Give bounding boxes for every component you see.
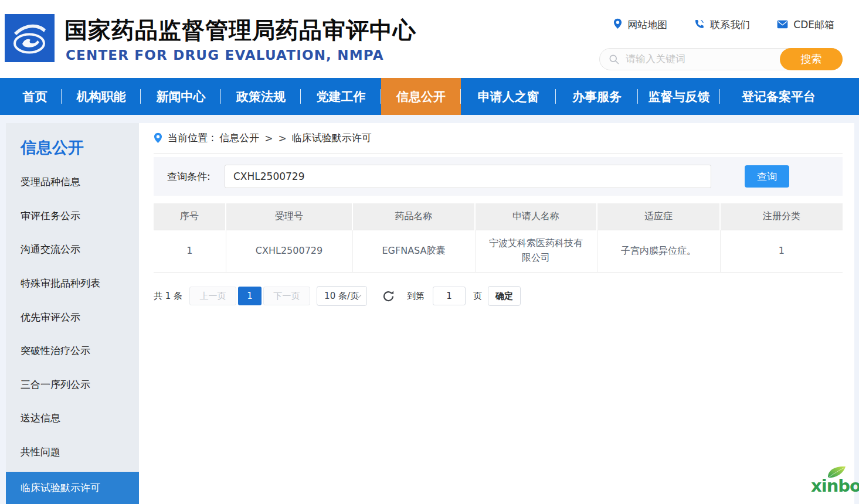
results-table: 序号 受理号 药品名称 申请人名称 适应症 注册分类 1 CXHL2500729…: [154, 203, 843, 273]
xinbo-watermark: xinbo: [811, 466, 859, 499]
sidebar: 信息公开 受理品种信息 审评任务公示 沟通交流公示 特殊审批品种列表 优先审评公…: [6, 123, 139, 504]
prev-page-button[interactable]: 上一页: [189, 287, 236, 305]
nav-item-party[interactable]: 党建工作: [301, 78, 381, 115]
breadcrumb-section[interactable]: 信息公开: [219, 131, 259, 145]
confirm-button[interactable]: 确定: [488, 286, 521, 306]
col-acceptance-number: 受理号: [226, 203, 352, 230]
sidebar-list: 受理品种信息 审评任务公示 沟通交流公示 特殊审批品种列表 优先审评公示 突破性…: [6, 165, 139, 469]
table-row: 1 CXHL2500729 EGFNASA胶囊 宁波艾科索医药科技有限公司 子宫…: [154, 230, 843, 272]
query-panel: 查询条件: 查询: [154, 157, 843, 196]
sidebar-title: 信息公开: [21, 137, 139, 158]
xinbo-logo-text: xinbo: [811, 476, 859, 496]
main-nav: 首页 机构职能 新闻中心 政策法规 党建工作 信息公开 申请人之窗 办事服务 监…: [0, 78, 859, 115]
query-condition-input[interactable]: [225, 165, 711, 188]
cell-drug-name: EGFNASA胶囊: [352, 230, 475, 272]
refresh-icon[interactable]: [382, 290, 395, 303]
col-registration-category: 注册分类: [720, 203, 843, 230]
nav-item-applicant-window[interactable]: 申请人之窗: [461, 78, 556, 115]
site-title: 国家药品监督管理局药品审评中心: [64, 15, 416, 46]
pagination: 共 1 条 上一页 1 下一页 10 条/页 到第 页 确定: [154, 286, 843, 306]
sitemap-link[interactable]: 网站地图: [613, 18, 667, 32]
sidebar-item-common-questions[interactable]: 共性问题: [6, 435, 139, 469]
location-pin-icon: [154, 132, 162, 144]
page-size-selected-value: 10 条/页: [324, 291, 359, 302]
quick-links: 网站地图 联系我们 CDE邮箱: [613, 18, 834, 32]
search-button[interactable]: 搜索: [780, 48, 843, 70]
contact-link[interactable]: 联系我们: [694, 18, 750, 32]
query-button[interactable]: 查询: [745, 165, 789, 188]
nav-item-news[interactable]: 新闻中心: [141, 78, 221, 115]
search-bar: 搜索: [599, 48, 843, 70]
col-drug-name: 药品名称: [352, 203, 475, 230]
swan-logo-icon: [5, 13, 55, 63]
site-subtitle: CENTER FOR DRUG EVALUATION, NMPA: [66, 47, 384, 63]
breadcrumb-current: 临床试验默示许可: [292, 131, 372, 145]
cell-indication: 子宫内膜异位症。: [597, 230, 720, 272]
nav-item-policies[interactable]: 政策法规: [221, 78, 301, 115]
location-pin-icon: [613, 18, 622, 32]
col-applicant-name: 申请人名称: [475, 203, 597, 230]
col-serial-number: 序号: [154, 203, 226, 230]
nav-item-services[interactable]: 办事服务: [556, 78, 638, 115]
sitemap-link-label: 网站地图: [627, 18, 667, 32]
sidebar-item-review-tasks[interactable]: 审评任务公示: [6, 199, 139, 233]
nav-item-home[interactable]: 首页: [8, 78, 62, 115]
breadcrumb-separator: >: [264, 132, 273, 144]
nav-item-functions[interactable]: 机构职能: [62, 78, 141, 115]
table-header-row: 序号 受理号 药品名称 申请人名称 适应症 注册分类: [154, 203, 843, 230]
contact-link-label: 联系我们: [710, 18, 750, 32]
cell-serial-number: 1: [154, 230, 226, 272]
query-condition-label: 查询条件:: [167, 157, 210, 196]
nav-item-supervision[interactable]: 监督与反馈: [638, 78, 720, 115]
cde-mail-link-label: CDE邮箱: [793, 18, 834, 32]
content-area: 信息公开 受理品种信息 审评任务公示 沟通交流公示 特殊审批品种列表 优先审评公…: [0, 115, 859, 504]
main-panel: 当前位置 : 信息公开 > > 临床试验默示许可 查询条件: 查询 序号 受理号…: [139, 123, 854, 504]
sidebar-item-clinical-trial-implied-license[interactable]: 临床试验默示许可: [6, 472, 139, 504]
total-count-label: 共 1 条: [154, 291, 182, 302]
page-size-select[interactable]: 10 条/页: [317, 286, 367, 306]
breadcrumb-prefix: 当前位置 :: [168, 131, 214, 145]
next-page-button[interactable]: 下一页: [263, 287, 310, 305]
cde-logo[interactable]: [5, 14, 55, 62]
goto-page-prefix: 到第: [407, 291, 425, 302]
cell-registration-category: 1: [720, 230, 843, 272]
envelope-icon: [777, 19, 788, 31]
phone-icon: [694, 19, 705, 32]
sidebar-item-breakthrough-therapy[interactable]: 突破性治疗公示: [6, 334, 139, 368]
sidebar-item-special-approval[interactable]: 特殊审批品种列表: [6, 267, 139, 301]
nav-item-info-disclosure[interactable]: 信息公开: [381, 78, 461, 115]
cde-mail-link[interactable]: CDE邮箱: [777, 18, 834, 32]
col-indication: 适应症: [597, 203, 720, 230]
breadcrumb-separator: >: [278, 132, 286, 144]
sidebar-item-priority-review[interactable]: 优先审评公示: [6, 300, 139, 334]
page-number-button[interactable]: 1: [238, 287, 262, 305]
goto-page-suffix: 页: [473, 291, 482, 302]
sidebar-item-accepted-varieties[interactable]: 受理品种信息: [6, 165, 139, 199]
search-icon: [608, 53, 620, 65]
goto-page-input[interactable]: [433, 287, 466, 305]
sidebar-item-delivery-info[interactable]: 送达信息: [6, 401, 139, 435]
sidebar-item-three-in-one[interactable]: 三合一序列公示: [6, 368, 139, 402]
header: 国家药品监督管理局药品审评中心 CENTER FOR DRUG EVALUATI…: [0, 0, 859, 78]
cell-acceptance-number: CXHL2500729: [226, 230, 352, 272]
cell-applicant-name: 宁波艾科索医药科技有限公司: [475, 230, 597, 272]
sidebar-item-communication[interactable]: 沟通交流公示: [6, 233, 139, 267]
nav-item-registration-platform[interactable]: 登记备案平台: [720, 78, 837, 115]
breadcrumb: 当前位置 : 信息公开 > > 临床试验默示许可: [154, 123, 843, 154]
